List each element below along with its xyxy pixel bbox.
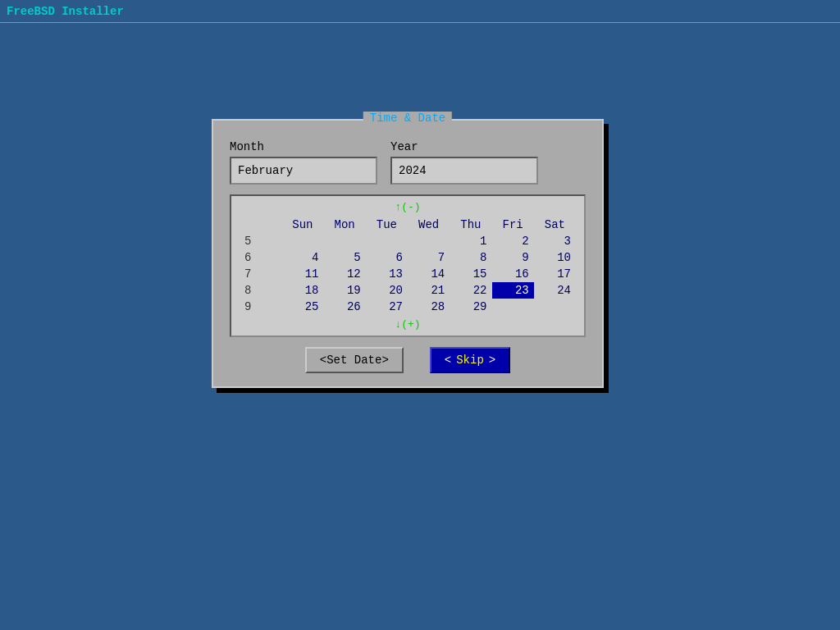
col-fri: Fri	[492, 217, 534, 233]
calendar-day[interactable]: 7	[408, 249, 450, 266]
calendar-day[interactable]: 22	[450, 282, 491, 299]
time-date-dialog: Time & Date Month Year ↑(-) Sun Mon	[212, 119, 604, 388]
calendar-day[interactable]: 26	[324, 299, 366, 315]
calendar-day[interactable]: 5	[324, 249, 366, 266]
month-field-group: Month	[230, 140, 377, 185]
skip-button[interactable]: < Skip >	[430, 347, 510, 373]
col-tue: Tue	[366, 217, 408, 233]
col-mon: Mon	[324, 217, 366, 233]
calendar-day[interactable]: 24	[534, 282, 576, 299]
week-number: 8	[240, 282, 281, 299]
buttons-row: <Set Date> < Skip >	[230, 347, 586, 373]
calendar-day[interactable]: 10	[534, 249, 576, 266]
calendar-day[interactable]: 29	[450, 299, 491, 315]
calendar-day	[366, 233, 408, 249]
table-row: 818192021222324	[240, 282, 576, 299]
week-number: 6	[240, 249, 281, 266]
week-number: 7	[240, 266, 281, 282]
calendar-day[interactable]: 1	[450, 233, 491, 249]
calendar-day[interactable]: 6	[366, 249, 408, 266]
week-number: 9	[240, 299, 281, 315]
calendar-day[interactable]: 12	[324, 266, 366, 282]
table-row: 645678910	[240, 249, 576, 266]
nav-down[interactable]: ↓(+)	[240, 318, 576, 331]
calendar-section: ↑(-) Sun Mon Tue Wed Thu Fri Sat	[230, 194, 586, 337]
calendar-header-row: Sun Mon Tue Wed Thu Fri Sat	[240, 217, 576, 233]
calendar-day[interactable]: 11	[281, 266, 323, 282]
calendar-day[interactable]: 18	[281, 282, 323, 299]
calendar-day	[534, 299, 576, 315]
col-sat: Sat	[534, 217, 576, 233]
calendar-day	[408, 233, 450, 249]
year-label: Year	[390, 140, 538, 153]
calendar-day[interactable]: 21	[408, 282, 450, 299]
skip-label: Skip	[456, 354, 484, 367]
calendar-day[interactable]: 27	[366, 299, 408, 315]
dialog-title: Time & Date	[363, 112, 452, 125]
calendar-day[interactable]: 16	[492, 266, 534, 282]
week-num-header	[240, 217, 281, 233]
calendar-day[interactable]: 8	[450, 249, 491, 266]
calendar-day[interactable]: 14	[408, 266, 450, 282]
month-label: Month	[230, 140, 377, 153]
calendar-day[interactable]: 20	[366, 282, 408, 299]
month-year-row: Month Year	[230, 140, 586, 185]
col-thu: Thu	[450, 217, 491, 233]
calendar-day[interactable]: 25	[281, 299, 323, 315]
calendar-table: Sun Mon Tue Wed Thu Fri Sat 512364567891…	[240, 217, 576, 315]
calendar-day	[281, 233, 323, 249]
calendar-day[interactable]: 19	[324, 282, 366, 299]
month-input[interactable]	[230, 157, 377, 185]
table-row: 5123	[240, 233, 576, 249]
set-date-button[interactable]: <Set Date>	[305, 347, 404, 373]
calendar-day[interactable]: 17	[534, 266, 576, 282]
calendar-day[interactable]: 3	[534, 233, 576, 249]
week-number: 5	[240, 233, 281, 249]
calendar-day	[492, 299, 534, 315]
nav-up[interactable]: ↑(-)	[240, 201, 576, 213]
calendar-day[interactable]: 23	[492, 282, 534, 299]
table-row: 92526272829	[240, 299, 576, 315]
topbar: FreeBSD Installer	[0, 0, 840, 23]
skip-right-arrow: >	[489, 354, 495, 367]
year-field-group: Year	[390, 140, 538, 185]
table-row: 711121314151617	[240, 266, 576, 282]
calendar-body: 5123645678910711121314151617818192021222…	[240, 233, 576, 315]
calendar-day[interactable]: 15	[450, 266, 491, 282]
col-wed: Wed	[408, 217, 450, 233]
calendar-day	[324, 233, 366, 249]
year-input[interactable]	[390, 157, 538, 185]
calendar-day[interactable]: 4	[281, 249, 323, 266]
calendar-day[interactable]: 13	[366, 266, 408, 282]
col-sun: Sun	[281, 217, 323, 233]
calendar-day[interactable]: 2	[492, 233, 534, 249]
app-title: FreeBSD Installer	[7, 5, 124, 18]
calendar-day[interactable]: 9	[492, 249, 534, 266]
skip-left-arrow: <	[445, 354, 451, 367]
calendar-day[interactable]: 28	[408, 299, 450, 315]
